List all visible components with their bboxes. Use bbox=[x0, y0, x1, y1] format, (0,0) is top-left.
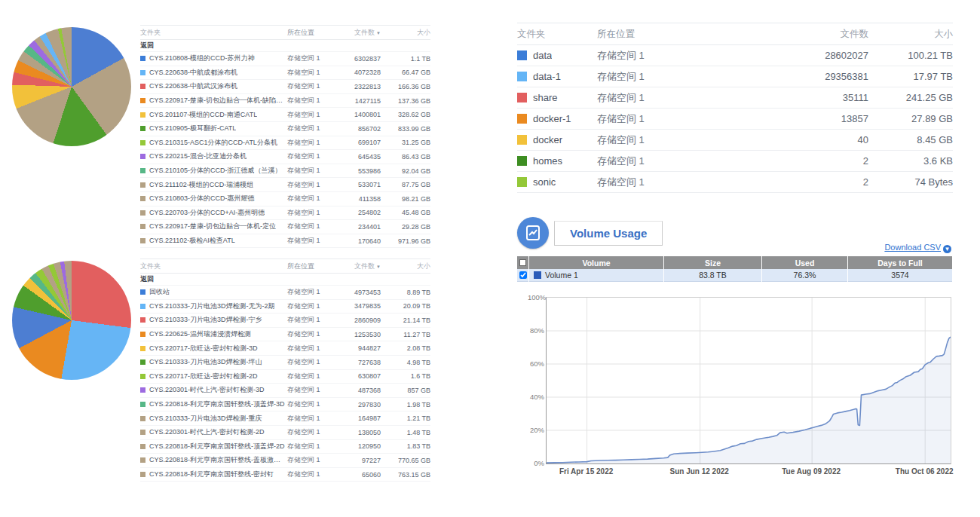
legend-color-swatch bbox=[140, 168, 145, 173]
folder-table-row[interactable]: CYS.220818-利元亨南京国轩整线-顶盖焊-3D 存储空间 1 29783… bbox=[140, 398, 430, 412]
folder-table-row[interactable]: CYS.220917-楚康-切包边贴合一体机-定位 存储空间 1 234401 … bbox=[140, 220, 430, 234]
volume-name: Volume 1 bbox=[545, 271, 578, 280]
folder-table-row[interactable]: CYS.220215-混合-比亚迪分条机 存储空间 1 645435 86.43… bbox=[140, 150, 430, 164]
column-header-size[interactable]: Size bbox=[664, 256, 761, 269]
folder-table-row[interactable]: CYS.210333-刀片电池3D焊检测-宁乡 存储空间 1 2860909 2… bbox=[140, 314, 430, 328]
column-header-volume[interactable]: Volume bbox=[529, 256, 663, 269]
folder-location: 存储空间 1 bbox=[287, 357, 335, 367]
folder-file-count: 28602027 bbox=[770, 50, 868, 61]
folder-table-row[interactable]: CYS.210315-ASC1分体的CCD-ATL分条机 存储空间 1 6991… bbox=[140, 136, 430, 151]
folder-file-count: 487368 bbox=[335, 387, 381, 394]
column-header-folder[interactable]: 文件夹 bbox=[140, 262, 287, 271]
volume-checkbox[interactable] bbox=[519, 271, 527, 279]
folder-location: 存储空间 1 bbox=[287, 166, 335, 176]
column-header-size[interactable]: 大小 bbox=[868, 28, 953, 41]
folder-name: CYS.210905-极耳翻折-CATL bbox=[149, 124, 236, 133]
legend-color-swatch bbox=[140, 140, 145, 145]
folder-location: 存储空间 1 bbox=[287, 455, 335, 465]
folder-name: data-1 bbox=[533, 71, 561, 82]
shared-folder-row[interactable]: docker-1 存储空间 1 13857 27.89 GB bbox=[517, 109, 953, 130]
column-header-days-to-full[interactable]: Days to Full bbox=[848, 256, 952, 269]
folder-table-row[interactable]: CYS.220638-中航武汉涂布机 存储空间 1 2322813 166.36… bbox=[140, 80, 430, 94]
column-header-used[interactable]: Used bbox=[762, 256, 847, 269]
folder-table-row[interactable]: CYS.210905-极耳翻折-CATL 存储空间 1 856702 833.9… bbox=[140, 122, 430, 136]
folder-table-row[interactable]: CYS.210333-刀片电池3D焊检测-无为-2期 存储空间 1 347983… bbox=[140, 300, 430, 314]
folder-table-row[interactable]: CYS.220717-欣旺达-密封钉检测-2D 存储空间 1 630807 1.… bbox=[140, 370, 430, 384]
x-tick-label: Thu Oct 06 2022 bbox=[879, 467, 969, 476]
folder-file-count: 138050 bbox=[335, 429, 381, 436]
usage-line bbox=[547, 298, 951, 463]
folder-size: 31.25 GB bbox=[381, 139, 430, 146]
column-header-folder[interactable]: 文件夹 bbox=[140, 28, 287, 38]
folder-file-count: 120950 bbox=[335, 442, 381, 450]
legend-color-swatch bbox=[140, 430, 145, 435]
shared-folder-row[interactable]: docker 存储空间 1 40 8.45 GB bbox=[517, 130, 953, 151]
folder-name: CYS.210315-ASC1分体的CCD-ATL分条机 bbox=[149, 138, 277, 148]
legend-color-swatch bbox=[517, 156, 527, 166]
folder-name: docker bbox=[533, 134, 562, 145]
folder-table-row[interactable]: CYS.220717-欣旺达-密封钉检测-3D 存储空间 1 944827 2.… bbox=[140, 341, 430, 356]
volume-row[interactable]: Volume 1 83.8 TB 76.3% 3574 bbox=[517, 269, 952, 282]
legend-color-swatch bbox=[140, 402, 145, 407]
folder-name: CYS.220818-利元亨南京国轩整线-顶盖焊-2D bbox=[149, 442, 285, 451]
column-header-folder[interactable]: 文件夹 bbox=[517, 28, 597, 41]
folder-table-row[interactable]: CYS.220917-楚康-切包边贴合一体机-缺陷检测 存储空间 1 14271… bbox=[140, 94, 430, 109]
folder-table-row[interactable]: CYS.220818-利元亨南京国轩整线-盖板激光焊接-... 存储空间 1 9… bbox=[140, 454, 430, 468]
folder-location: 存储空间 1 bbox=[287, 442, 335, 451]
folder-file-count: 97227 bbox=[335, 457, 381, 464]
column-header-size[interactable]: 大小 bbox=[381, 28, 430, 38]
legend-color-swatch bbox=[517, 135, 527, 145]
back-link[interactable]: 返回 bbox=[140, 40, 430, 52]
folder-table-row[interactable]: CYS.210808-模组的CCD-苏州力神 存储空间 1 6302837 1.… bbox=[140, 52, 430, 66]
column-header-location[interactable]: 所在位置 bbox=[287, 28, 335, 38]
folder-table-row[interactable]: CYS.220625-温州瑞浦浸渍焊检测 存储空间 1 1253530 11.2… bbox=[140, 328, 430, 342]
folder-table-row[interactable]: CYS.210333-刀片电池3D焊检测-重庆 存储空间 1 164987 1.… bbox=[140, 411, 430, 426]
volume-usage-title: Volume Usage bbox=[554, 221, 663, 246]
folder-table-row[interactable]: CYS.210803-分体的CCD-惠州耀德 存储空间 1 411358 98.… bbox=[140, 192, 430, 206]
shared-folder-row[interactable]: data 存储空间 1 28602027 100.21 TB bbox=[517, 45, 953, 66]
folder-table-row[interactable]: CYS.220301-时代上汽-密封钉检测-2D 存储空间 1 138050 1… bbox=[140, 426, 430, 440]
table-header-row: 文件夹 所在位置 文件数▼ 大小 bbox=[140, 258, 430, 274]
folder-table-row[interactable]: CYS.221102-极检AI检查ATL 存储空间 1 170640 971.9… bbox=[140, 234, 430, 249]
folder-size: 1.98 TB bbox=[381, 401, 430, 408]
column-header-files[interactable]: 文件数▼ bbox=[335, 262, 381, 271]
column-header-files[interactable]: 文件数▼ bbox=[335, 28, 381, 38]
legend-color-swatch bbox=[140, 84, 145, 89]
folder-table-row[interactable]: CYS.210105-分体的CCD-浙江德威（兰溪） 存储空间 1 553986… bbox=[140, 164, 430, 179]
back-link[interactable]: 返回 bbox=[140, 274, 430, 286]
volume-days-to-full: 3574 bbox=[848, 269, 952, 282]
shared-folder-row[interactable]: data-1 存储空间 1 29356381 17.97 TB bbox=[517, 66, 953, 87]
folder-size-pie-chart-top bbox=[12, 27, 131, 146]
folder-name: CYS.221102-极检AI检查ATL bbox=[149, 236, 235, 246]
column-header-files[interactable]: 文件数 bbox=[770, 28, 868, 41]
folder-table-row[interactable]: CYS.210333-刀片电池3D焊检测-坪山 存储空间 1 727638 4.… bbox=[140, 356, 430, 370]
folder-table-row[interactable]: CYS.211102-模组的CCD-瑞浦模组 存储空间 1 533071 87.… bbox=[140, 178, 430, 192]
shared-folder-row[interactable]: homes 存储空间 1 2 3.6 KB bbox=[517, 151, 953, 172]
download-csv-link[interactable]: Download CSV▼ bbox=[867, 243, 951, 253]
folder-location: 存储空间 1 bbox=[597, 154, 770, 168]
folder-location: 存储空间 1 bbox=[287, 81, 335, 91]
folder-file-count: 297830 bbox=[335, 401, 381, 408]
folder-file-count: 40 bbox=[770, 134, 868, 145]
legend-color-swatch bbox=[140, 317, 145, 323]
folder-table-row[interactable]: 回收站 存储空间 1 4973453 8.89 TB bbox=[140, 286, 430, 300]
folder-table-row[interactable]: CYS.220638-中航成都涂布机 存储空间 1 4072328 66.47 … bbox=[140, 66, 430, 81]
shared-folder-row[interactable]: sonic 存储空间 1 2 74 Bytes bbox=[517, 172, 953, 193]
folder-file-count: 944827 bbox=[335, 344, 381, 352]
folder-table-row[interactable]: CYS.201107-模组的CCD-南通CATL 存储空间 1 1400801 … bbox=[140, 108, 430, 122]
folder-location: 存储空间 1 bbox=[597, 112, 770, 126]
folder-size: 3.6 KB bbox=[868, 155, 953, 167]
folder-table-row[interactable]: CYS.220703-分体的CCD+AI-惠州明德 存储空间 1 254802 … bbox=[140, 206, 430, 221]
x-tick-label: Tue Aug 09 2022 bbox=[766, 467, 856, 476]
folder-table-row[interactable]: CYS.220818-利元亨南京国轩整线-顶盖焊-2D 存储空间 1 12095… bbox=[140, 440, 430, 454]
folder-table-row[interactable]: CYS.220301-时代上汽-密封钉检测-3D 存储空间 1 487368 8… bbox=[140, 384, 430, 398]
column-header-size[interactable]: 大小 bbox=[381, 262, 430, 271]
column-header-location[interactable]: 所在位置 bbox=[597, 28, 770, 41]
column-header-location[interactable]: 所在位置 bbox=[287, 262, 335, 271]
folder-size: 328.62 GB bbox=[381, 111, 430, 118]
shared-folder-row[interactable]: share 存储空间 1 35111 241.25 GB bbox=[517, 87, 953, 109]
folder-size: 1.48 TB bbox=[381, 429, 430, 436]
folder-table-row[interactable]: CYS.220818-利元亨南京国轩整线-密封钉 存储空间 1 65060 76… bbox=[140, 468, 430, 482]
select-all-checkbox[interactable] bbox=[517, 256, 528, 269]
legend-color-swatch bbox=[140, 112, 145, 118]
